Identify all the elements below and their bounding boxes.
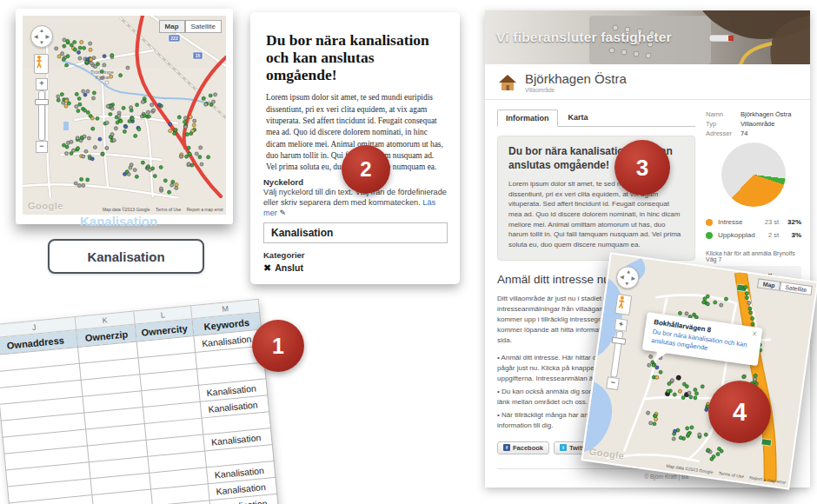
banner-title: Vi fiberansluter fastigheter <box>496 30 672 45</box>
map-attribution: Map data ©2013 Google Terms of Use Repor… <box>98 207 223 212</box>
signup-hint-link[interactable]: Klicka här för att anmäla Brynolfs Väg 7 <box>706 250 801 262</box>
intresse-dot-icon <box>706 219 713 226</box>
keyword-ghost-text: Kanalisation <box>80 214 157 229</box>
pan-control-icon[interactable]: ▲ ▼ ◀ ▶ <box>30 25 53 48</box>
pan-down-icon[interactable]: ▼ <box>39 40 44 45</box>
twitter-icon: t <box>560 444 567 451</box>
map-type-switch: Map Satellite <box>159 20 222 33</box>
keywords-help: Välj nyckelord till din text. Välj från … <box>263 188 448 219</box>
zoom-in-button[interactable]: + <box>614 318 628 332</box>
banner-image: Vi fiberansluter fastigheter <box>485 10 810 64</box>
zoom-in-button[interactable]: + <box>36 78 48 90</box>
overview-map[interactable]: 222 15 Map Satellite ▲ ▼ ◀ ▶ + − Trönnin… <box>23 16 226 215</box>
satellite-button[interactable]: Satellite <box>185 20 222 33</box>
pan-left-icon[interactable]: ◀ <box>620 274 624 280</box>
categories-label: Kategorier <box>263 250 448 260</box>
zoom-slider[interactable] <box>38 90 45 141</box>
category-anslut-label: Anslut <box>275 262 303 273</box>
facts-list: Namn Björkhagen Östra Typ Villaområde Ad… <box>706 110 801 137</box>
zoom-out-button[interactable]: − <box>36 141 48 153</box>
annotation-badge-2: 2 <box>342 145 390 194</box>
facebook-share-button[interactable]: f Facebook <box>497 441 549 454</box>
tab-information[interactable]: Information <box>497 109 558 127</box>
pan-right-icon[interactable]: ▶ <box>631 275 635 282</box>
checkbox-checked-icon[interactable]: ✖ <box>263 263 271 272</box>
house-icon <box>497 74 518 91</box>
facebook-icon: f <box>503 444 510 451</box>
pencil-icon: ✎ <box>279 209 286 217</box>
overview-map-canvas: 222 15 <box>23 16 226 198</box>
legend-row-uppkopplad: Uppkopplad 2 st 3% <box>706 229 801 242</box>
tab-karta[interactable]: Karta <box>561 109 596 127</box>
legend-row-intresse: Intresse 23 st 32% <box>706 216 801 229</box>
keyword-tag-label: Kanalisation <box>87 249 164 264</box>
area-type: Villaområde <box>525 87 627 93</box>
annotation-badge-4: 4 <box>708 381 771 443</box>
annotation-badge-3: 3 <box>614 140 670 196</box>
pegman-icon[interactable] <box>34 54 49 74</box>
map-button[interactable]: Map <box>159 20 185 33</box>
tab-bar: Information Karta <box>497 109 695 127</box>
interest-pie <box>721 143 786 207</box>
terms-link[interactable]: Terms of Use <box>156 207 181 212</box>
spreadsheet-screenshot: J K L M Ownaddress Ownerzip Ownercity Ke… <box>0 299 280 504</box>
pan-up-icon[interactable]: ▲ <box>39 28 44 33</box>
map-place-label: Trönninge Kyrka <box>90 70 114 80</box>
svg-text:15: 15 <box>196 53 201 58</box>
close-icon[interactable]: X <box>752 330 757 337</box>
google-logo: Google <box>28 201 63 211</box>
area-name: Björkhagen Östra <box>525 72 627 85</box>
pan-up-icon[interactable]: ▲ <box>626 269 632 275</box>
area-header: Björkhagen Östra Villaområde <box>485 64 810 100</box>
detail-map-card: Map Satellite ▲ ▼ ◀ ▶ + − Bokhållarvägen… <box>581 252 817 489</box>
spreadsheet-table: J K L M Ownaddress Ownerzip Ownercity Ke… <box>0 299 281 504</box>
editor-title: Du bor nära kanalisation och kan ansluta… <box>266 31 444 83</box>
keyword-tag: Kanalisation <box>48 239 204 274</box>
overview-map-card: 222 15 Map Satellite ▲ ▼ ◀ ▶ + − Trönnin… <box>16 9 233 224</box>
annotation-badge-1: 1 <box>252 320 304 372</box>
pan-right-icon[interactable]: ▶ <box>45 34 50 39</box>
pegman-icon[interactable] <box>614 294 632 315</box>
zoom-slider-handle[interactable] <box>35 99 49 105</box>
pan-left-icon[interactable]: ◀ <box>34 34 38 39</box>
svg-text:222: 222 <box>170 36 178 41</box>
pan-down-icon[interactable]: ▼ <box>624 281 630 287</box>
zoom-out-button[interactable]: − <box>606 376 620 390</box>
keywords-input[interactable]: Kanalisation <box>263 222 448 243</box>
report-error-link[interactable]: Report a map error <box>187 207 223 212</box>
detail-map[interactable]: Map Satellite ▲ ▼ ◀ ▶ + − Bokhållarvägen… <box>583 255 817 488</box>
uppkopplad-dot-icon <box>706 232 713 239</box>
